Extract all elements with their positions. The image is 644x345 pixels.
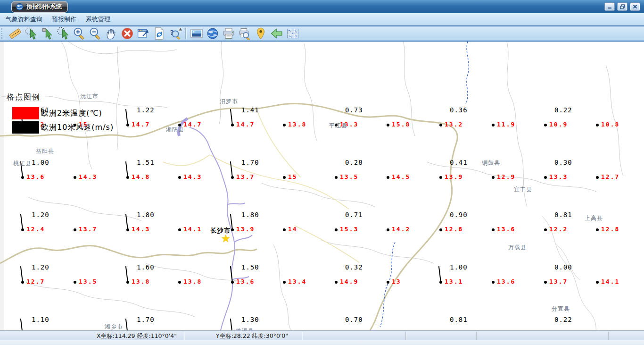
back-icon	[270, 27, 283, 40]
temperature-value: 14.7	[183, 121, 202, 128]
select-button[interactable]	[40, 26, 55, 41]
grid-dot-icon	[492, 124, 495, 126]
grid-dot-icon	[21, 281, 24, 284]
wind-value: 0.22	[554, 316, 572, 323]
status-x-coordinate: X坐标:114.29 经度:110°0'4"	[97, 332, 177, 340]
temperature-value: 14.1	[183, 226, 202, 233]
toolbar-buttons	[7, 26, 301, 41]
grid-dot-icon	[492, 176, 495, 179]
temperature-value: 14.7	[132, 121, 150, 128]
zoom-in-button[interactable]	[72, 26, 87, 41]
place-label: 宜丰县	[514, 185, 532, 194]
temperature-value: 13.1	[445, 278, 463, 285]
grid-dot-icon	[283, 281, 286, 284]
grid-dot-icon	[596, 124, 599, 126]
wind-value: 1.80	[241, 211, 259, 219]
wind-value: 0.22	[554, 106, 572, 114]
grid-dot-icon	[596, 228, 599, 231]
grid-dot-icon	[387, 228, 389, 231]
menu-item-3[interactable]: 系统管理	[86, 15, 110, 24]
restore-button[interactable]	[617, 2, 627, 11]
window-bottom-border	[0, 340, 644, 345]
legend-item-temperature: 欧洲2米温度(℃)	[7, 107, 114, 119]
locate-pin-button[interactable]	[253, 26, 268, 41]
measure-button[interactable]	[8, 26, 23, 41]
temperature-value: 13.3	[549, 173, 568, 180]
wind-value: 0.81	[450, 316, 468, 323]
grid-dot-icon	[126, 124, 129, 126]
print-button[interactable]	[221, 26, 236, 41]
pan-button[interactable]	[104, 26, 119, 41]
print-preview-icon	[238, 27, 251, 40]
globe-button[interactable]	[205, 26, 220, 41]
grid-dot-icon	[126, 228, 129, 231]
wind-value: 0.41	[450, 159, 468, 166]
legend-label-wind: 欧洲10米风速(m/s)	[41, 123, 114, 133]
temperature-value: 14	[288, 226, 297, 233]
temperature-value: 15.8	[392, 121, 410, 128]
select-lasso-button[interactable]	[24, 26, 39, 41]
app-globe-icon	[16, 3, 24, 11]
close-button[interactable]	[630, 2, 640, 11]
toolbar-separator	[185, 28, 187, 39]
grid-dot-icon	[178, 176, 181, 179]
temperature-value: 10.9	[549, 121, 568, 128]
print-preview-button[interactable]	[237, 26, 252, 41]
temperature-value: 10.8	[601, 121, 619, 128]
temperature-value: 13.8	[183, 278, 202, 285]
temperature-value: 12.7	[601, 173, 619, 180]
app-title-tab[interactable]: 预报制作系统	[11, 1, 68, 13]
temperature-value: 15.3	[340, 226, 358, 233]
grid-dot-icon	[231, 228, 234, 231]
select-icon	[41, 27, 54, 40]
map-canvas[interactable]: 17.21.611514.71.2214.714.71.4113.813.30.…	[0, 42, 644, 330]
grid-dot-icon	[178, 281, 181, 284]
grid-overlay-button[interactable]	[285, 26, 300, 41]
minimize-button[interactable]	[604, 2, 615, 11]
place-label: 湘乡市	[105, 323, 123, 330]
toolbar-grip[interactable]	[1, 28, 5, 39]
wind-value: 1.00	[450, 263, 468, 271]
temperature-value: 14.2	[392, 226, 410, 233]
legend-panel: 格点图例 欧洲2米温度(℃) 欧洲10米风速(m/s)	[7, 93, 114, 135]
temperature-value: 13.7	[236, 173, 255, 180]
refresh-button[interactable]	[152, 26, 167, 41]
temperature-value: 13.5	[79, 278, 97, 285]
grid-dot-icon	[439, 176, 442, 179]
back-button[interactable]	[269, 26, 284, 41]
place-label: 万载县	[508, 244, 527, 252]
export-image-button[interactable]	[189, 26, 204, 41]
wind-value: 0.70	[345, 316, 363, 323]
status-y-coordinate: Y坐标:28.22 纬度:30°0'0"	[216, 332, 288, 340]
temperature-value: 13.2	[445, 121, 463, 128]
zoom-out-button[interactable]	[88, 26, 103, 41]
wind-value: 1.51	[137, 159, 155, 166]
grid-dot-icon	[335, 281, 338, 284]
grid-dot-icon	[126, 281, 129, 284]
legend-swatch-temperature-icon	[12, 107, 39, 119]
temperature-value: 13.6	[26, 173, 45, 180]
temperature-value: 12.8	[445, 226, 463, 233]
temperature-value: 14.9	[340, 278, 358, 285]
menu-item-1[interactable]: 气象资料查询	[6, 15, 42, 24]
grid-dot-icon	[439, 281, 442, 284]
place-label: 上高县	[585, 214, 603, 222]
window-controls	[604, 2, 640, 11]
menu-item-2[interactable]: 预报制作	[52, 15, 76, 24]
temperature-value: 13.6	[497, 226, 515, 233]
temperature-value: 13.9	[445, 173, 463, 180]
grid-dot-icon	[283, 124, 286, 126]
wind-value: 1.41	[241, 106, 259, 114]
select-circle-button[interactable]	[56, 26, 71, 41]
full-extent-button[interactable]	[136, 26, 151, 41]
menu-bar: 气象资料查询预报制作系统管理	[0, 13, 644, 25]
refresh-icon	[153, 27, 166, 40]
wind-value: 1.00	[32, 159, 50, 166]
legend-title: 格点图例	[7, 93, 114, 102]
grid-dot-icon	[21, 228, 24, 231]
temperature-value: 11.9	[497, 121, 515, 128]
stop-button[interactable]	[120, 26, 135, 41]
print-icon	[222, 27, 235, 40]
identify-button[interactable]	[168, 26, 183, 41]
wind-value: 1.20	[32, 211, 50, 219]
